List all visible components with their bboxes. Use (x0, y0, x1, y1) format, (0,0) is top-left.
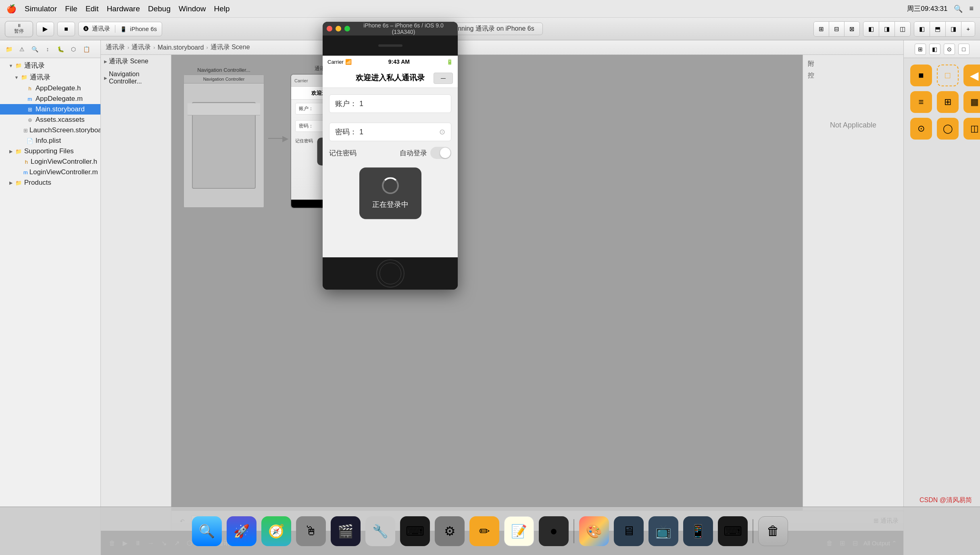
dock-db[interactable]: ● (539, 516, 569, 546)
menu-hardware[interactable]: Hardware (107, 4, 140, 13)
dock-finder[interactable]: 🔍 (192, 516, 222, 546)
password-visibility-icon[interactable]: ⊙ (439, 127, 445, 136)
obj-lib-btn-2[interactable]: ◧ (929, 44, 940, 55)
run-button[interactable]: ▶ (36, 22, 54, 36)
nav-item-assets[interactable]: ▶ ⊕ Assets.xcassets (0, 115, 100, 125)
pause-button[interactable]: ⏸ 暂停 (5, 21, 33, 37)
view-btn-1[interactable]: ⊞ (814, 22, 829, 36)
dock-screens-2[interactable]: 📺 (648, 516, 678, 546)
nav-breakpoint-icon[interactable]: ⬡ (68, 44, 79, 55)
panel-left[interactable]: ◧ (914, 22, 930, 36)
panel-right[interactable]: ◨ (946, 22, 961, 36)
dock-colorapp[interactable]: 🎨 (579, 516, 609, 546)
sb-carrier: Carrier (294, 78, 308, 83)
scene-item-navcontroller[interactable]: ▶ Navigation Controller... (101, 68, 171, 88)
nav-item-launchscreen[interactable]: ▶ ⊞ LaunchScreen.storyboard (0, 125, 100, 136)
dock-settings[interactable]: ⚙ (435, 516, 465, 546)
menu-simulator[interactable]: Simulator (25, 4, 57, 13)
sim-home-button[interactable] (376, 259, 405, 288)
dock-screens-1[interactable]: 🖥 (614, 516, 644, 546)
nav-label-assets: Assets.xcassets (35, 116, 85, 124)
nav-item-appdelegate-h[interactable]: ▶ h AppDelegate.h (0, 83, 100, 94)
menu-edit[interactable]: Edit (85, 4, 99, 13)
breadcrumb-1[interactable]: 通讯录 (106, 43, 125, 52)
menu-search-icon[interactable]: 🔍 (954, 4, 963, 13)
connector-arrow-head-1: ▶ (282, 134, 288, 143)
password-value[interactable]: 1 (359, 128, 439, 136)
obj-icon-4[interactable]: ≡ (910, 91, 932, 113)
dock-launchpad[interactable]: 🚀 (227, 516, 256, 546)
menu-debug[interactable]: Debug (148, 4, 171, 13)
running-indicator: ● Running 通讯录 on iPhone 6s (165, 23, 810, 35)
stop-button[interactable]: ■ (57, 22, 75, 36)
dock-trash[interactable]: 🗑 (758, 516, 788, 546)
sim-max-btn[interactable] (344, 26, 350, 31)
nav-search-icon[interactable]: 🔍 (29, 44, 40, 55)
obj-icon-6[interactable]: ▦ (963, 91, 980, 113)
obj-icon-5[interactable]: ⊞ (937, 91, 959, 113)
menu-help[interactable]: Help (214, 4, 230, 13)
panel-add[interactable]: + (961, 22, 975, 36)
sim-close-btn[interactable] (327, 26, 332, 31)
scheme-label[interactable]: 🅐 通讯录 (79, 25, 115, 33)
nav-bar-right-btn: — (434, 73, 453, 84)
obj-icon-8[interactable]: ◯ (937, 118, 959, 140)
obj-lib-btn-4[interactable]: □ (958, 44, 970, 55)
obj-icon-7[interactable]: ⊙ (910, 118, 932, 140)
nav-group-products[interactable]: ▶ 📁 Products (0, 177, 100, 188)
dock-screens-4[interactable]: ⌨ (718, 516, 748, 546)
nav-group-supporting-files[interactable]: ▶ 📁 Supporting Files (0, 146, 100, 156)
obj-icon-3[interactable]: ◀ (963, 65, 980, 86)
breadcrumb-4[interactable]: 通讯录 Scene (211, 43, 250, 52)
dock-terminal[interactable]: ⌨ (400, 516, 430, 546)
dock-cursor[interactable]: 🖱 (296, 516, 326, 546)
nav-debug-icon[interactable]: 🐛 (55, 44, 66, 55)
nav-group-tongxunlu[interactable]: ▼ 📁 通讯录 (0, 60, 100, 71)
menu-window[interactable]: Window (179, 4, 206, 13)
nav-warning-icon[interactable]: ⚠ (16, 44, 27, 55)
panel-bottom[interactable]: ⬒ (930, 22, 946, 36)
sim-min-btn[interactable] (336, 26, 341, 31)
scene-item-tongxunlu[interactable]: ▶ 通讯录 Scene (101, 55, 171, 68)
editor-standard[interactable]: ◧ (863, 22, 879, 36)
editor-assistant[interactable]: ◨ (879, 22, 895, 36)
nav-item-loginvc-m[interactable]: ▶ m LoginViewController.m (0, 167, 100, 177)
nav-git-icon[interactable]: ↕ (42, 44, 53, 55)
account-label: 账户： (335, 99, 359, 108)
apple-menu[interactable]: 🍎 (6, 4, 17, 14)
nav-folder-products-icon: 📁 (15, 179, 23, 186)
breadcrumb-3[interactable]: Main.storyboard (158, 44, 204, 51)
dock-tools[interactable]: 🔧 (365, 516, 395, 546)
obj-lib-btn-1[interactable]: ⊞ (915, 44, 926, 55)
object-library: ⊞ ◧ ⊙ □ ■ □ ◀ ≡ ⊞ ▦ ⊙ ◯ ◫ (903, 40, 980, 555)
menu-file[interactable]: File (65, 4, 77, 13)
sim-titlebar: iPhone 6s – iPhone 6s / iOS 9.0 (13A340) (323, 22, 458, 35)
nav-subgroup-tongxunlu[interactable]: ▼ 📁 通讯录 (0, 71, 100, 83)
sb-password-label: 密码： (299, 123, 313, 129)
auto-login-toggle[interactable] (430, 147, 451, 159)
obj-lib-btn-3[interactable]: ⊙ (944, 44, 955, 55)
view-btn-2[interactable]: ⊟ (829, 22, 844, 36)
nav-item-main-storyboard[interactable]: ▶ ⊞ Main.storyboard (0, 104, 100, 115)
nav-item-infoplist[interactable]: ▶ 📄 Info.plist (0, 136, 100, 146)
editor-version[interactable]: ◫ (895, 22, 910, 36)
obj-icon-1[interactable]: ■ (910, 65, 932, 86)
view-btn-3[interactable]: ⊠ (844, 22, 859, 36)
obj-icon-2[interactable]: □ (937, 65, 959, 86)
device-label[interactable]: 📱 iPhone 6s (115, 25, 162, 32)
breadcrumb-2[interactable]: 通讯录 (131, 43, 151, 52)
nav-controller-scene-box: Navigation Controller... Navigation Cont… (183, 67, 264, 208)
dock-sketch[interactable]: ✏ (469, 516, 499, 546)
scene-arrow-tongxunlu: ▶ (104, 59, 107, 64)
dock-video[interactable]: 🎬 (331, 516, 361, 546)
obj-icon-9[interactable]: ◫ (963, 118, 980, 140)
account-value[interactable]: 1 (359, 100, 445, 108)
menu-list-icon[interactable]: ≡ (969, 4, 974, 13)
dock-safari[interactable]: 🧭 (261, 516, 291, 546)
nav-item-loginvc-h[interactable]: ▶ h LoginViewController.h (0, 156, 100, 167)
dock-notes[interactable]: 📝 (504, 516, 534, 546)
nav-item-appdelegate-m[interactable]: ▶ m AppDelegate.m (0, 94, 100, 104)
dock-screens-3[interactable]: 📱 (683, 516, 713, 546)
nav-report-icon[interactable]: 📋 (81, 44, 92, 55)
nav-folder-icon[interactable]: 📁 (3, 44, 15, 55)
